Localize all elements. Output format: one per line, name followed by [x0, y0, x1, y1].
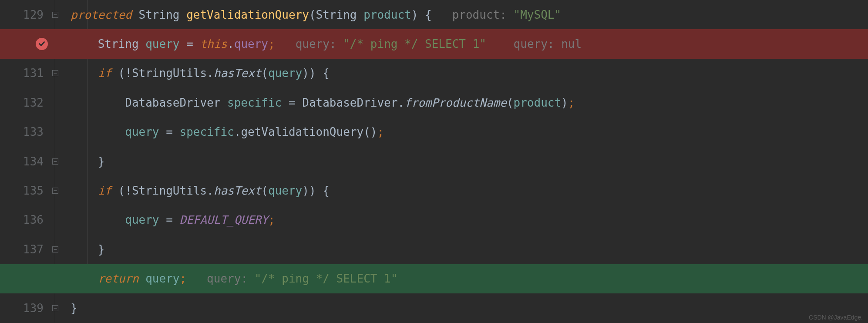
inline-hint-value: "/* ping */ SELECT 1"	[343, 37, 486, 50]
code-content[interactable]: query = DEFAULT_QUERY;	[71, 205, 868, 235]
inline-hint: query:	[514, 37, 562, 50]
inline-hint: query:	[296, 37, 343, 50]
line-number: 135	[0, 185, 52, 196]
fold-gutter[interactable]	[52, 88, 71, 117]
fold-minus-icon[interactable]	[52, 188, 58, 194]
inline-hint: query:	[207, 272, 255, 285]
line-number: 132	[0, 97, 52, 108]
code-line[interactable]: 133 query = specific.getValidationQuery(…	[0, 118, 868, 147]
inline-hint-value: "MySQL"	[514, 8, 562, 21]
code-content[interactable]: query = specific.getValidationQuery();	[71, 118, 868, 147]
code-line[interactable]: 134 }	[0, 147, 868, 176]
fold-end-icon[interactable]	[52, 305, 58, 311]
code-content[interactable]: if (!StringUtils.hasText(query)) {	[71, 59, 868, 88]
line-number: 131	[0, 67, 52, 79]
code-line[interactable]: 138 return query; query: "/* ping */ SEL…	[0, 264, 868, 293]
fold-gutter[interactable]	[52, 293, 71, 323]
fold-end-icon[interactable]	[52, 158, 58, 165]
line-number: 134	[0, 156, 52, 167]
fold-gutter[interactable]	[52, 0, 71, 29]
code-editor[interactable]: 129 protected String getValidationQuery(…	[0, 0, 868, 323]
inline-hint-value: "/* ping */ SELECT 1"	[255, 272, 398, 285]
fold-gutter[interactable]	[52, 205, 71, 235]
breakpoint-icon[interactable]	[36, 38, 48, 50]
code-content[interactable]: DatabaseDriver specific = DatabaseDriver…	[71, 88, 868, 117]
line-number: 137	[0, 244, 52, 255]
fold-minus-icon[interactable]	[52, 12, 58, 18]
code-line[interactable]: 131 if (!StringUtils.hasText(query)) {	[0, 59, 868, 88]
line-number: 139	[0, 303, 52, 314]
fold-gutter[interactable]	[52, 118, 71, 147]
code-line[interactable]: 129 protected String getValidationQuery(…	[0, 0, 868, 29]
fold-end-icon[interactable]	[52, 246, 58, 252]
code-content[interactable]: return query; query: "/* ping */ SELECT …	[71, 264, 868, 293]
code-line[interactable]: 137 }	[0, 235, 868, 264]
code-line[interactable]: 136 query = DEFAULT_QUERY;	[0, 205, 868, 235]
fold-gutter[interactable]	[52, 176, 71, 205]
fold-gutter[interactable]	[52, 147, 71, 176]
code-content[interactable]: }	[71, 293, 868, 323]
code-content[interactable]: }	[71, 235, 868, 264]
watermark-text: CSDN @JavaEdge.	[809, 314, 863, 320]
line-number: 133	[0, 126, 52, 138]
code-content[interactable]: }	[71, 147, 868, 176]
code-line[interactable]: 130 String query = this.query; query: "/…	[0, 29, 868, 58]
inline-hint-value: nul	[561, 37, 582, 50]
fold-gutter[interactable]	[52, 59, 71, 88]
fold-minus-icon[interactable]	[52, 70, 58, 76]
code-line[interactable]: 135 if (!StringUtils.hasText(query)) {	[0, 176, 868, 205]
inline-hint: product:	[452, 8, 514, 21]
fold-gutter[interactable]	[52, 235, 71, 264]
line-number: 129	[0, 9, 52, 20]
code-line[interactable]: 139 }	[0, 293, 868, 323]
code-line[interactable]: 132 DatabaseDriver specific = DatabaseDr…	[0, 88, 868, 117]
code-content[interactable]: String query = this.query; query: "/* pi…	[71, 29, 868, 58]
code-content[interactable]: protected String getValidationQuery(Stri…	[71, 0, 868, 29]
code-content[interactable]: if (!StringUtils.hasText(query)) {	[71, 176, 868, 205]
line-number: 136	[0, 214, 52, 225]
